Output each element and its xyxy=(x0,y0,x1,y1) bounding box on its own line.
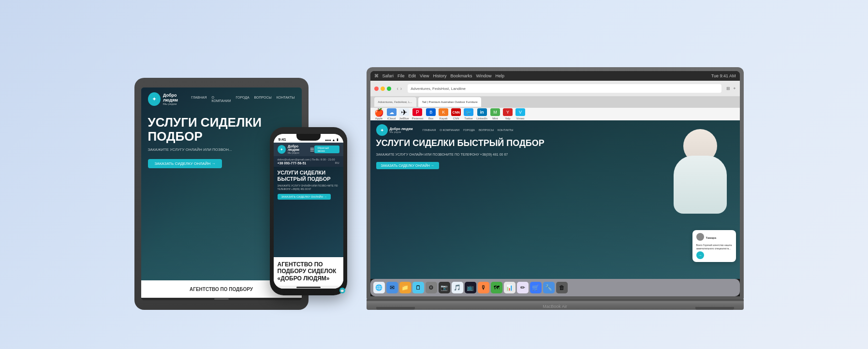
bookmark-icloud[interactable]: ☁ iCloud xyxy=(387,108,397,120)
nurse-body xyxy=(674,156,727,214)
signal-icon: ●●● xyxy=(325,138,331,142)
ipad-logo-text: Добро людям Мы рядом xyxy=(163,93,191,105)
iphone-header: ✦ Добро людям Мы рядом ☰ Обратный звонок xyxy=(274,143,343,156)
mac-menu-view[interactable]: View xyxy=(420,73,429,78)
iphone-home-bar[interactable] xyxy=(296,287,321,288)
safari-add-tab-icon[interactable]: + xyxy=(733,86,736,91)
iphone-cta-header-btn[interactable]: Обратный звонок xyxy=(314,145,339,153)
dock-numbers[interactable]: 📊 xyxy=(504,282,515,293)
iphone-cta-button[interactable]: ЗАКАЗАТЬ СИДЕЛКУ ОНЛАЙН → xyxy=(278,194,331,200)
mac-dock: 🌐 ✉ 📁 🗒 ⚙ 📷 🎵 📺 🎙 🗺 📊 ✏ 🛒 🔧 xyxy=(370,279,740,296)
forward-button[interactable]: › xyxy=(400,86,402,91)
bookmarks-bar: 🍎 Apple ☁ iCloud ✈ JetBlue P xyxy=(370,108,740,120)
macbook-screen-bezel: ⌘ Safari File Edit View History Bookmark… xyxy=(370,71,740,296)
dock-trash[interactable]: 🗑 xyxy=(556,282,568,293)
dock-tv[interactable]: 📺 xyxy=(465,282,476,293)
close-button[interactable] xyxy=(374,87,379,91)
chat-bubble: Тамара Всего Горячий агентство нашла зам… xyxy=(692,230,736,262)
mac-nav-cities[interactable]: ГОРОДА xyxy=(463,129,475,131)
mac-menu-edit[interactable]: Edit xyxy=(409,73,416,78)
bookmark-kayak[interactable]: K Kayak xyxy=(439,108,448,120)
bookmark-mint[interactable]: M Mint xyxy=(490,108,500,120)
ipad-nav-faq[interactable]: ВОПРОСЫ xyxy=(254,96,272,102)
chat-notification-icon: 💬 xyxy=(340,289,344,292)
mac-menu-help[interactable]: Help xyxy=(495,73,504,78)
mac-nav-faq[interactable]: ВОПРОСЫ xyxy=(479,129,494,131)
mac-nav-home[interactable]: ГЛАВНАЯ xyxy=(423,129,436,131)
dock-photos[interactable]: 📷 xyxy=(439,282,450,293)
mint-icon: M xyxy=(490,108,500,116)
ipad-logo-icon: ✦ xyxy=(148,92,161,106)
iphone-menu-icon[interactable]: ☰ xyxy=(310,147,314,152)
ipad-nav-about[interactable]: О КОМПАНИИ xyxy=(211,96,231,102)
bookmark-twitter[interactable]: 🐦 Twitter xyxy=(464,108,473,120)
mac-nav-about[interactable]: О КОМПАНИИ xyxy=(440,129,459,131)
iphone-screen: 9:41 ●●● ▲ ▮ ✦ Добро людям Мы рядом xyxy=(274,134,343,289)
chat-text: Всего Горячий агентство нашла замечатель… xyxy=(696,244,732,250)
bookmark-vimeo[interactable]: V Vimeo xyxy=(515,108,525,120)
bookmark-apple[interactable]: 🍎 Apple xyxy=(374,108,384,120)
ipad-bottom-text: АГЕНТСТВО ПО ПОДБОРУ xyxy=(190,287,253,292)
bookmark-pinterest[interactable]: P Pinterest xyxy=(412,108,424,120)
iphone-frame: 9:41 ●●● ▲ ▮ ✦ Добро людям Мы рядом xyxy=(270,127,347,295)
bookmark-linkedin[interactable]: in LinkedIn xyxy=(476,108,487,120)
dock-appstore[interactable]: 🛒 xyxy=(530,282,542,293)
pinterest-icon: P xyxy=(412,108,422,116)
scene: ✦ Добро людям Мы рядом ГЛАВНАЯ О КОМПАНИ… xyxy=(96,25,773,324)
dock-notes[interactable]: 🗒 xyxy=(412,282,424,293)
mac-apple-icon[interactable]: ⌘ xyxy=(374,73,379,78)
ipad-nav-contacts[interactable]: КОНТАКТЫ xyxy=(277,96,295,102)
mac-hero-title: УСЛУГИ СИДЕЛКИ БЫСТРЫЙ ПОДБОР xyxy=(376,139,587,148)
bookmark-jet[interactable]: ✈ JetBlue xyxy=(399,108,409,120)
battery-icon: ▮ xyxy=(337,138,338,142)
tab-2[interactable]: Tail | Premium Australian Outdoor Furnit… xyxy=(418,97,482,107)
macbook-device: ⌘ Safari File Edit View History Bookmark… xyxy=(367,67,744,310)
dock-mail[interactable]: ✉ xyxy=(386,282,398,293)
back-button[interactable]: ‹ xyxy=(397,86,398,91)
tab-1[interactable]: Adventures, FedsHost, L... xyxy=(374,97,416,107)
mac-website-content: ✦ Добро людям Мы рядом ГЛАВНАЯ О КОМПАНИ… xyxy=(370,120,740,279)
minimize-button[interactable] xyxy=(381,87,385,91)
ipad-logo: ✦ Добро людям Мы рядом xyxy=(148,92,191,106)
url-bar[interactable]: Adventures, FedsHost, Landline xyxy=(408,84,721,93)
send-icon: → xyxy=(698,253,702,258)
dock-launchpad[interactable]: 🔧 xyxy=(543,282,555,293)
bookmark-box[interactable]: B Box xyxy=(426,108,436,120)
icloud-icon: ☁ xyxy=(387,108,397,116)
iphone-phone-number[interactable]: +38 093-777-58-51 xyxy=(278,161,307,165)
twitter-icon: 🐦 xyxy=(464,108,473,116)
bookmark-cnn[interactable]: CNN CNN xyxy=(451,108,461,120)
maximize-button[interactable] xyxy=(387,87,391,91)
mac-menu-safari[interactable]: Safari xyxy=(383,73,394,78)
iphone-email-info: dobro@udyam@gmail.com | Пн-Вс: 8:00 - 21… xyxy=(278,158,339,161)
iphone-bottom-title: АГЕНТСТВО ПО ПОДБОРУ СИДЕЛОК «ДОБРО ЛЮДЯ… xyxy=(278,261,339,282)
dock-pages[interactable]: ✏ xyxy=(517,282,529,293)
mac-nav-contacts[interactable]: КОНТАКТЫ xyxy=(498,129,513,131)
mac-menu-history[interactable]: History xyxy=(433,73,446,78)
yelp-icon: Y xyxy=(503,108,513,116)
mac-menu-file[interactable]: File xyxy=(397,73,405,78)
ipad-nav-cities[interactable]: ГОРОДА xyxy=(236,96,250,102)
mac-menu-bookmarks[interactable]: Bookmarks xyxy=(450,73,472,78)
iphone-language[interactable]: RU xyxy=(335,161,339,164)
bookmark-yelp[interactable]: Y Yelp xyxy=(503,108,513,120)
safari-share-icon[interactable]: ⊞ xyxy=(726,86,730,91)
dock-podcast[interactable]: 🎙 xyxy=(478,282,489,293)
mac-cta-button[interactable]: ЗАКАЗАТЬ СИДЕЛКУ ОНЛАЙН → xyxy=(376,162,439,169)
dock-settings[interactable]: ⚙ xyxy=(426,282,437,293)
mac-menu-window[interactable]: Window xyxy=(476,73,491,78)
ipad-nav-home[interactable]: ГЛАВНАЯ xyxy=(191,96,206,102)
mac-menubar: ⌘ Safari File Edit View History Bookmark… xyxy=(370,71,740,81)
dock-files[interactable]: 📁 xyxy=(399,282,411,293)
ipad-home-button[interactable] xyxy=(214,298,229,300)
iphone-notch xyxy=(296,134,321,141)
dock-finder[interactable]: 🌐 xyxy=(373,282,385,293)
iphone-info-bar: dobro@udyam@gmail.com | Пн-Вс: 8:00 - 21… xyxy=(274,156,343,167)
mac-hero-subtitle: ЗАКАЖИТЕ УСЛУГУ ОНЛАЙН ИЛИ ПОЗВОНИТЕ ПО … xyxy=(376,152,587,157)
dock-maps[interactable]: 🗺 xyxy=(491,282,502,293)
jet-icon: ✈ xyxy=(399,108,409,116)
chat-send-button[interactable]: → xyxy=(696,251,704,259)
apple-icon: 🍎 xyxy=(374,108,384,116)
ipad-cta-button[interactable]: ЗАКАЗАТЬ СИДЕЛКУ ОНЛАЙН → xyxy=(148,159,222,168)
dock-music[interactable]: 🎵 xyxy=(452,282,463,293)
